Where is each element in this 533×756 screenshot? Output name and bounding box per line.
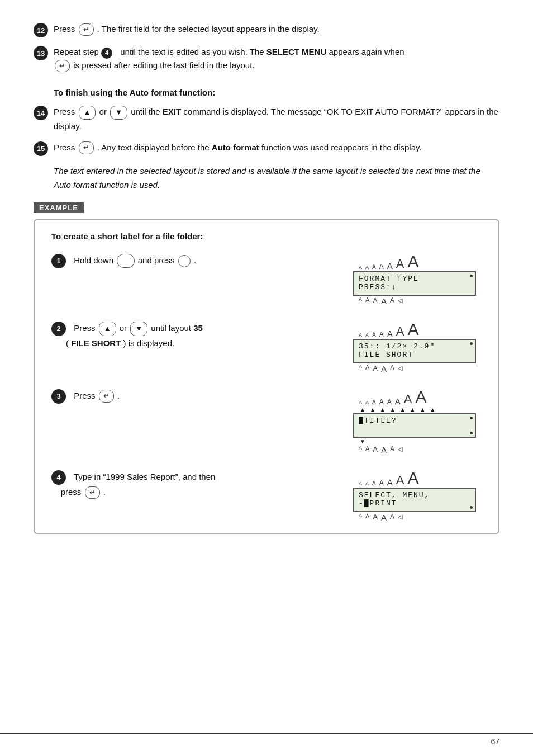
ex-step4-period: . [103, 487, 106, 497]
lcd3-back-arrow: ◁ [398, 446, 402, 453]
func-key-1 [178, 255, 191, 267]
lcd1-row1: FORMAT TYPE [359, 275, 470, 283]
lcd-4: A A A A A A A SELECT, MENU, [353, 470, 476, 522]
enter-key-12 [79, 23, 94, 36]
ex-step3-text: Press [74, 391, 98, 400]
down-key-2: ▼ [130, 322, 147, 336]
step14-before: Press [54, 107, 75, 116]
lcd4-row1: SELECT, MENU, [359, 491, 470, 499]
page-number: 67 [491, 737, 499, 746]
ex-step2-num: 35 [193, 323, 203, 333]
lcd-2: A A A A A A A 35:: 1/2× 2.9" [353, 321, 476, 373]
ex-step1-text: Hold down [74, 256, 116, 265]
enter-key-ex3 [99, 390, 114, 402]
ex-step-num-1: 1 [51, 254, 66, 268]
lcd4-back-arrow: ◁ [398, 513, 402, 521]
lcd3-row1: █TITLE? [359, 417, 470, 425]
step-num-12: 12 [34, 23, 48, 37]
step14-bold: EXIT [163, 107, 181, 116]
ex-step-4: 4 Type in “1999 Sales Report”, and then … [51, 470, 482, 522]
down-arrow-key-14: ▼ [110, 106, 127, 120]
example-section: EXAMPLE [34, 202, 499, 213]
lcd4-dot-bottom [470, 506, 473, 509]
lcd-3: A A A A A A A A ▲ ▲ ▲ ▲ [353, 389, 476, 454]
shift-key-1 [117, 254, 134, 267]
lcd2-screen: 35:: 1/2× 2.9" FILE SHORT [353, 339, 476, 363]
ex-step2-name: FILE SHORT [71, 338, 121, 348]
step15-bold: Auto format [212, 143, 259, 152]
lcd2-back-arrow: ◁ [398, 365, 402, 372]
step13-bold: SELECT MENU [266, 47, 327, 56]
up-arrow-key-14: ▲ [79, 106, 96, 120]
lcd1-row2: PRESS↑↓ [359, 283, 470, 291]
ex-step4-text: Type in “1999 Sales Report”, and then pr… [51, 472, 215, 497]
step14-or: or [99, 107, 110, 116]
step-15: 15 Press . Any text displayed before the… [34, 141, 499, 156]
example-label: EXAMPLE [34, 202, 84, 213]
finish-heading: To finish using the Auto format function… [54, 88, 499, 97]
step13-repeat: Repeat step [54, 47, 101, 56]
lcd2-row1: 35:: 1/2× 2.9" [359, 342, 470, 351]
italic-note: The text entered in the selected layout … [54, 164, 499, 192]
step14-after: until the [131, 107, 163, 116]
step-num-15: 15 [34, 141, 48, 156]
lcd4-sizes-top: A A A A A A A [353, 470, 476, 486]
ex-step-3: 3 Press . A A A A A A A A [51, 389, 482, 454]
step-14: 14 Press ▲ or ▼ until the EXIT command i… [34, 105, 499, 133]
step-12: 12 Press . The first field for the selec… [34, 22, 499, 37]
lcd3-sizes-bottom: A A A A A ◁ [353, 446, 476, 454]
lcd1-dot [470, 275, 473, 277]
lcd2-sizes-bottom: A A A A A ◁ [353, 365, 476, 373]
ex-step-2: 2 Press ▲ or ▼ until layout 35 ( FILE SH… [51, 321, 482, 373]
step15-after: function was used reappears in the displ… [261, 143, 422, 152]
example-title: To create a short label for a file folde… [51, 231, 482, 241]
lcd3-empty-row [359, 425, 470, 433]
enter-key-ex4 [85, 486, 100, 499]
ex-step2-or: or [120, 323, 130, 333]
lcd-1: A A A A A A A FORMAT TYPE [353, 253, 476, 305]
ex-step2-after: until layout [151, 323, 193, 333]
step-num-14: 14 [34, 106, 48, 120]
lcd2-dot [470, 342, 473, 345]
ex-step-num-4: 4 [51, 470, 66, 485]
step12-text-after: . The first field for the selected layou… [97, 24, 320, 34]
step15-middle: . Any text displayed before the [97, 143, 212, 152]
ex-step2-end: ) is displayed. [123, 338, 175, 348]
bottom-line [0, 733, 533, 734]
enter-key-15 [79, 141, 94, 154]
lcd3-screen: █TITLE? [353, 413, 476, 438]
ex-step-num-2: 2 [51, 322, 66, 336]
lcd4-sizes-bottom: A A A A A ◁ [353, 513, 476, 522]
lcd1-sizes-bottom: A A A A A ◁ [353, 297, 476, 305]
lcd4-row2: -█PRINT [359, 499, 470, 508]
step12-text-before: Press [54, 24, 75, 34]
step13-after: appears again when [329, 47, 404, 56]
step-num-13: 13 [34, 46, 48, 60]
lcd3-down-arrows: ▼ [353, 438, 476, 445]
step15-before: Press [54, 143, 75, 152]
step13-middle: until the text is edited as you wish. Th… [120, 47, 266, 56]
lcd3-dot-top [470, 417, 473, 419]
ex-step-num-3: 3 [51, 389, 66, 404]
lcd1-back-arrow: ◁ [398, 297, 402, 304]
ex-step-1: 1 Hold down and press . A A A A A A [51, 253, 482, 305]
ex-step1-period: . [194, 256, 196, 265]
step-13: 13 Repeat step 4 until the text is edite… [34, 45, 499, 80]
step13-after2: is pressed after editing the last field … [73, 60, 254, 70]
lcd1-screen: FORMAT TYPE PRESS↑↓ [353, 271, 476, 296]
up-key-2: ▲ [99, 322, 116, 336]
lcd1-sizes-top: A A A A A A A [353, 253, 476, 270]
lcd3-dot-bottom [470, 432, 473, 434]
ex-step3-period: . [117, 391, 120, 400]
lcd4-screen: SELECT, MENU, -█PRINT [353, 488, 476, 512]
enter-key-13 [55, 60, 70, 72]
lcd2-sizes-top: A A A A A A A [353, 321, 476, 338]
lcd2-row2: FILE SHORT [359, 351, 470, 359]
ex-step2-before: Press [74, 323, 98, 333]
lcd3-sizes-top: A A A A A A A A [353, 389, 476, 405]
lcd3-up-arrows: ▲ ▲ ▲ ▲ ▲ ▲ ▲ ▲ [353, 407, 476, 413]
example-box: To create a short label for a file folde… [34, 219, 499, 534]
ex-step1-and: and press [138, 256, 177, 265]
step-ref-4: 4 [101, 48, 112, 59]
